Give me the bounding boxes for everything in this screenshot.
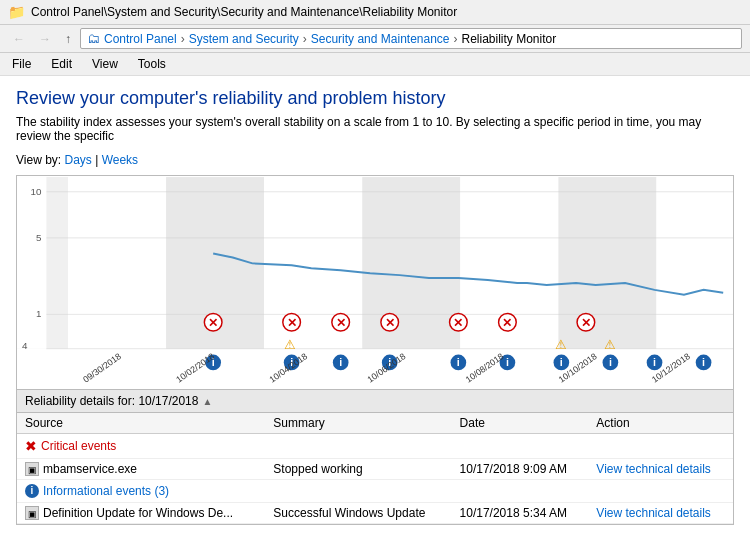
view-days-link[interactable]: Days [64,153,91,167]
page-description: The stability index assesses your system… [16,115,734,143]
page-title: Review your computer's reliability and p… [16,88,734,109]
breadcrumb-folder-icon: 🗂 [87,31,100,46]
svg-text:✕: ✕ [287,316,297,329]
reliability-details: Reliability details for: 10/17/2018 ▲ So… [16,390,734,525]
svg-text:⚠: ⚠ [604,337,616,352]
view-by: View by: Days | Weeks [16,153,734,167]
nav-bar: ← → ↑ 🗂 Control Panel › System and Secur… [0,25,750,53]
svg-text:✕: ✕ [581,316,591,329]
svg-text:i: i [457,356,460,368]
col-summary: Summary [265,413,451,434]
action-cell: View technical details [588,503,733,524]
reliability-chart[interactable]: 10 5 1 4 ✕ ✕ ✕ [16,175,734,390]
svg-text:✕: ✕ [453,316,463,329]
svg-text:✕: ✕ [336,316,346,329]
svg-text:10: 10 [31,186,42,197]
svg-text:✕: ✕ [502,316,512,329]
folder-icon: 📁 [8,4,25,20]
col-date: Date [452,413,589,434]
summary-cell: Successful Windows Update [265,503,451,524]
view-weeks-link[interactable]: Weeks [102,153,138,167]
menu-file[interactable]: File [8,55,35,73]
view-technical-details-link-1[interactable]: View technical details [596,462,711,476]
menu-tools[interactable]: Tools [134,55,170,73]
svg-rect-4 [362,177,460,349]
table-header-row: Source Summary Date Action [17,413,733,434]
svg-rect-1 [68,177,166,349]
svg-text:i: i [609,356,612,368]
reliability-details-header: Reliability details for: 10/17/2018 ▲ [17,390,733,413]
source-cell: ▣ mbamservice.exe [17,459,265,480]
svg-text:4: 4 [22,340,28,351]
breadcrumb-system-security[interactable]: System and Security [189,32,299,46]
table-row: ▣ Definition Update for Windows De... Su… [17,503,733,524]
breadcrumb-control-panel[interactable]: Control Panel [104,32,177,46]
view-by-label: View by: [16,153,61,167]
title-bar: 📁 Control Panel\System and Security\Secu… [0,0,750,25]
breadcrumb: 🗂 Control Panel › System and Security › … [80,28,742,49]
svg-text:09/30/2018: 09/30/2018 [81,351,123,385]
main-content: Review your computer's reliability and p… [0,76,750,533]
menu-view[interactable]: View [88,55,122,73]
info-section-header: i Informational events (3) [17,480,733,503]
app-icon-2: ▣ [25,506,39,520]
svg-text:i: i [653,356,656,368]
up-button[interactable]: ↑ [60,29,76,49]
svg-text:1: 1 [36,308,41,319]
svg-rect-7 [656,177,733,349]
chart-svg: 10 5 1 4 ✕ ✕ ✕ [17,176,733,389]
summary-cell: Stopped working [265,459,451,480]
source-cell: ▣ Definition Update for Windows De... [17,503,265,524]
svg-text:i: i [339,356,342,368]
svg-text:✕: ✕ [385,316,395,329]
menu-edit[interactable]: Edit [47,55,76,73]
critical-icon: ✖ [25,438,37,454]
svg-text:5: 5 [36,232,42,243]
svg-text:10/08/2018: 10/08/2018 [464,351,506,385]
critical-events-link[interactable]: Critical events [41,439,116,453]
reliability-details-title: Reliability details for: 10/17/2018 [25,394,198,408]
info-icon: i [25,484,39,498]
svg-text:⚠: ⚠ [555,337,567,352]
col-source: Source [17,413,265,434]
date-cell: 10/17/2018 5:34 AM [452,503,589,524]
breadcrumb-security-maintenance[interactable]: Security and Maintenance [311,32,450,46]
table-row: ▣ mbamservice.exe Stopped working 10/17/… [17,459,733,480]
back-button[interactable]: ← [8,29,30,49]
critical-section-header: ✖ Critical events [17,434,733,459]
svg-text:✕: ✕ [208,316,218,329]
svg-text:i: i [560,356,563,368]
sort-arrow: ▲ [202,396,212,407]
info-events-link[interactable]: Informational events (3) [43,484,169,498]
app-icon: ▣ [25,462,39,476]
view-technical-details-link-2[interactable]: View technical details [596,506,711,520]
date-cell: 10/17/2018 9:09 AM [452,459,589,480]
svg-text:i: i [506,356,509,368]
menu-bar: File Edit View Tools [0,53,750,76]
svg-text:⚠: ⚠ [284,337,296,352]
breadcrumb-reliability-monitor: Reliability Monitor [462,32,557,46]
svg-text:i: i [702,356,705,368]
svg-rect-6 [558,177,656,349]
svg-rect-8 [17,177,46,349]
col-action: Action [588,413,733,434]
action-cell: View technical details [588,459,733,480]
details-table: Source Summary Date Action ✖ Critical ev… [17,413,733,524]
title-bar-text: Control Panel\System and Security\Securi… [31,5,457,19]
forward-button[interactable]: → [34,29,56,49]
